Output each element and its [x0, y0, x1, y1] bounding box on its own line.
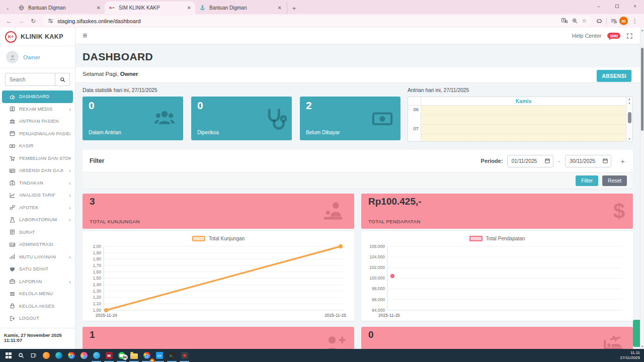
sidebar-item-antrian-pasien[interactable]: ANTRIAN PASIEN [0, 115, 75, 128]
help-center-link[interactable]: Help Center [572, 33, 602, 39]
sidebar-item-label: ADMINISTRASI [19, 242, 53, 247]
globe-icon [18, 5, 25, 11]
anchor-icon [199, 5, 206, 11]
whatsapp-icon[interactable]: ☎84 [115, 349, 128, 362]
card-total-pendapatan: Rp100.425,- TOTAL PENDAPATAN $ [361, 194, 633, 229]
calendar-scrollbar[interactable]: ▲ ▼ ▼ [626, 97, 632, 141]
calendar-picker-icon[interactable] [602, 158, 608, 164]
topbar: ≡ Help Center 1083 [75, 28, 640, 44]
calendar-picker-icon[interactable] [544, 158, 550, 164]
bookmark-star-icon[interactable]: ☆ [582, 18, 587, 24]
page-scrollbar[interactable]: ▲ ▼ [640, 28, 644, 349]
cash-icon [9, 143, 16, 149]
lock-icon [9, 303, 16, 309]
back-button[interactable]: ← [4, 18, 14, 25]
taskbar-clock[interactable]: 11.11 27/11/2025 [620, 350, 644, 360]
edge-icon[interactable] [52, 349, 65, 362]
translate-icon[interactable] [561, 18, 568, 25]
url-text[interactable]: staging.sifaskes.online/dashboard [57, 18, 557, 24]
sidebar-item-rekam-medis[interactable]: REKAM MEDIS‹ [0, 103, 75, 116]
sidebar-item-kelola-akses[interactable]: KELOLA AKSES [0, 300, 75, 313]
sidebar-item-absensi-dan-gaji[interactable]: ABSENSI DAN GAJI‹ [0, 164, 75, 177]
address-bar[interactable]: staging.sifaskes.online/dashboard ☆ [42, 16, 592, 26]
browser-menu-icon[interactable]: ⋮ [630, 18, 640, 25]
sidebar-item-mutu-layanan[interactable]: MUTU LAYANAN‹ [0, 251, 75, 263]
sidebar-item-logout[interactable]: LOGOUT [0, 312, 75, 325]
tab-sim-klinik[interactable]: K+ SIM KLINIK KAKP ✕ [105, 2, 195, 14]
calendar-slot[interactable] [421, 106, 626, 125]
scroll-up-icon[interactable]: ▲ [626, 97, 632, 101]
scrollbar-thumb[interactable] [628, 112, 631, 123]
sidebar-item-pembelian-dan-stok[interactable]: PEMBELIAN DAN STOK [0, 152, 75, 165]
search-button[interactable] [55, 73, 70, 86]
start-button[interactable] [2, 349, 15, 362]
forward-button[interactable]: → [16, 18, 26, 25]
date-to-input[interactable]: 30/11/2025 [565, 155, 611, 167]
site-settings-icon[interactable] [47, 18, 54, 24]
notification-badge[interactable]: 1083 [607, 33, 620, 39]
search-input[interactable] [5, 73, 55, 86]
user-row[interactable]: Owner [0, 46, 75, 68]
sidebar-item-satu-sehat[interactable]: SATU SEHAT [0, 263, 75, 276]
sidebar-item-administrasi[interactable]: ADMINISTRASI [0, 238, 75, 251]
scroll-down-icon[interactable]: ▼ [640, 345, 644, 348]
new-tab-button[interactable]: + [287, 2, 301, 14]
side-feedback-tab[interactable] [633, 320, 640, 347]
minimize-button[interactable]: – [590, 0, 608, 12]
close-tab-icon[interactable]: ✕ [278, 5, 282, 11]
sidebar-item-laporan[interactable]: LAPORAN‹ [0, 276, 75, 288]
sidebar-item-analisis-tarif[interactable]: ANALISIS TARIF‹ [0, 189, 75, 202]
paint-app-icon[interactable] [77, 349, 90, 362]
sidebar-item-laboratorium[interactable]: LABORATORIUM‹ [0, 214, 75, 226]
sidebar-item-kasir[interactable]: KASIR [0, 140, 75, 152]
close-tab-icon[interactable]: ✕ [97, 5, 101, 11]
scroll-down-icon[interactable]: ▼ [626, 101, 632, 105]
sidebar-item-dashboard[interactable]: DASHBOARD [2, 90, 73, 103]
tab-bantuan-2[interactable]: Bantuan Digman ✕ [195, 2, 286, 14]
date-from-input[interactable]: 01/11/2025 [507, 155, 553, 167]
calendar-row[interactable]: 06 [408, 106, 626, 125]
sidebar-item-surat[interactable]: SURAT [0, 226, 75, 239]
scroll-up-icon[interactable]: ▲ [640, 29, 644, 32]
sidebar-item-tindakan[interactable]: TINDAKAN‹ [0, 177, 75, 190]
calendar-slot[interactable] [421, 125, 626, 142]
user-name[interactable]: Owner [23, 54, 40, 60]
patient-visit-icon [320, 199, 346, 223]
reload-button[interactable]: ↻ [28, 18, 38, 25]
calendar-row[interactable]: 07 [408, 125, 626, 142]
reset-button[interactable]: Reset [602, 175, 627, 186]
chevron-left-icon: ‹ [69, 254, 71, 260]
sidebar-item-label: SURAT [19, 230, 35, 235]
sidebar-item-penjadwalan-pasien[interactable]: PENJADWALAN PASIEN‹ [0, 128, 75, 140]
blue-app-icon[interactable] [90, 349, 103, 362]
fullscreen-icon[interactable] [626, 33, 633, 39]
absensi-button[interactable]: ABSENSI [597, 70, 631, 82]
chrome-icon[interactable] [65, 349, 77, 362]
task-view-button[interactable] [27, 349, 40, 362]
tab-search-button[interactable]: ⌄ [1, 2, 14, 14]
scrollbar-thumb[interactable] [641, 48, 643, 131]
maximize-button[interactable] [608, 0, 626, 12]
sidebar-item-kelola-menu[interactable]: KELOLA MENU [0, 288, 75, 300]
close-window-button[interactable]: × [626, 0, 644, 12]
vscode-icon[interactable]: <> [153, 349, 166, 362]
taskbar-search-button[interactable] [15, 349, 27, 362]
scroll-down-icon[interactable]: ▼ [626, 137, 632, 141]
periode-label: Periode: [481, 158, 503, 164]
tab-bantuan-1[interactable]: Bantuan Digman ✕ [14, 2, 105, 14]
security-app-icon[interactable] [178, 349, 191, 362]
hamburger-menu-icon[interactable]: ≡ [83, 31, 87, 40]
sidebar-item-apotek[interactable]: APOTEK‹ [0, 202, 75, 214]
terminal-app-icon[interactable]: >_ [166, 349, 178, 362]
profile-avatar[interactable]: m [619, 17, 628, 25]
file-explorer-icon[interactable] [128, 349, 140, 362]
extensions-icon[interactable] [596, 18, 603, 25]
filter-button[interactable]: Filter [576, 175, 598, 186]
add-filter-icon[interactable]: + [620, 157, 626, 165]
close-tab-icon[interactable]: ✕ [187, 5, 191, 11]
reading-list-icon[interactable] [610, 18, 617, 25]
orange-app-icon[interactable] [40, 349, 52, 362]
maroon-m-app-icon[interactable]: M [103, 349, 115, 362]
chrome-profile-icon[interactable]: m [140, 349, 153, 362]
zoom-icon[interactable] [572, 18, 578, 24]
